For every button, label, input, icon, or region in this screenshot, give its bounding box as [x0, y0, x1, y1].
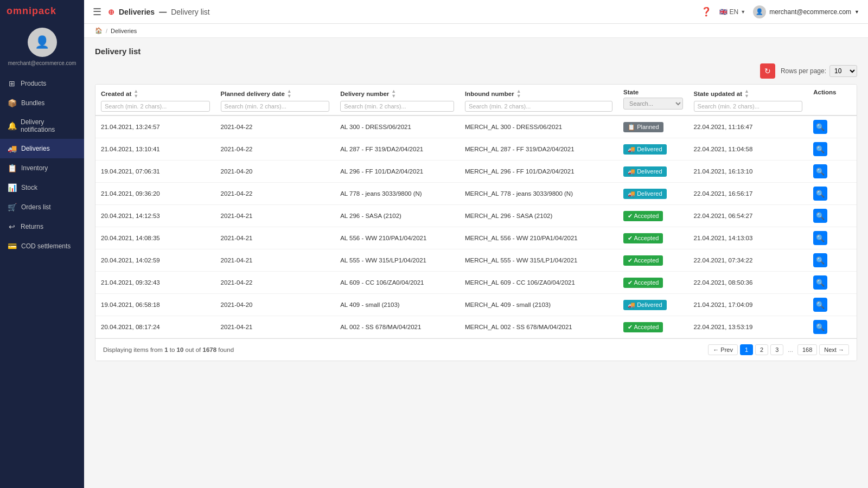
cell-planned-date: 2021-04-22 [215, 183, 335, 205]
sort-planned-date[interactable]: ▲▼ [287, 89, 292, 99]
sort-delivery-number[interactable]: ▲▼ [391, 89, 396, 99]
search-planned-date[interactable] [221, 101, 330, 112]
refresh-button[interactable]: ↻ [760, 63, 775, 79]
topbar-right: ❓ 🇬🇧 EN ▼ 👤 merchant@ecommerce.com ▼ [701, 5, 859, 18]
search-state-updated-at[interactable] [694, 101, 803, 112]
cell-created-at: 20.04.2021, 08:17:24 [95, 316, 215, 338]
sidebar-item-cod-settlements[interactable]: 💳COD settlements [0, 236, 84, 256]
th-actions: Actions [808, 85, 857, 115]
language-selector[interactable]: 🇬🇧 EN ▼ [719, 8, 746, 16]
sidebar-item-deliveries[interactable]: 🚚Deliveries [0, 139, 84, 158]
pagination-page-1[interactable]: 1 [740, 344, 753, 355]
cell-state-updated-at: 22.04.2021, 11:16:47 [688, 115, 808, 138]
rows-per-page-select[interactable]: 102550100 [829, 65, 857, 77]
state-badge: ✔ Accepted [623, 211, 663, 221]
view-action-button[interactable]: 🔍 [813, 275, 827, 290]
sidebar-avatar: 👤 [28, 28, 57, 57]
cell-delivery-number: AL 556 - WW 210/PA1/04/2021 [335, 227, 459, 249]
help-icon[interactable]: ❓ [701, 7, 712, 17]
sidebar-user-section: 👤 merchant@ecommerce.com [0, 21, 84, 72]
topbar-user-email: merchant@ecommerce.com [769, 8, 851, 16]
cell-delivery-number: AL 287 - FF 319/DA2/04/2021 [335, 138, 459, 160]
orders-list-icon: 🛒 [8, 203, 17, 211]
brand-name: omnipack [7, 5, 56, 16]
cell-actions: 🔍 [808, 138, 857, 160]
sidebar-item-inventory[interactable]: 📋Inventory [0, 158, 84, 178]
view-action-button[interactable]: 🔍 [813, 187, 827, 201]
view-action-button[interactable]: 🔍 [813, 164, 827, 178]
breadcrumb: 🏠 / Deliveries [84, 24, 868, 38]
sort-state-updated[interactable]: ▲▼ [744, 89, 749, 99]
view-action-button[interactable]: 🔍 [813, 298, 827, 312]
sidebar-label-delivery-notifications: Delivery notifications [21, 118, 76, 133]
view-action-button[interactable]: 🔍 [813, 142, 827, 156]
cod-settlements-icon: 💳 [8, 242, 17, 251]
sidebar-label-cod-settlements: COD settlements [21, 242, 71, 250]
th-planned-date: Planned delivery date ▲▼ [215, 85, 335, 115]
view-action-button[interactable]: 🔍 [813, 253, 827, 267]
sort-created-at[interactable]: ▲▼ [133, 89, 138, 99]
sidebar-label-products: Products [21, 80, 46, 87]
cell-actions: 🔍 [808, 115, 857, 138]
state-badge: 🚚 Delivered [623, 144, 667, 155]
cell-state-updated-at: 22.04.2021, 06:54:27 [688, 205, 808, 227]
pagination-bar: Displaying items from 1 to 10 out of 167… [95, 338, 857, 361]
sidebar-label-inventory: Inventory [21, 164, 48, 172]
pagination-page-168[interactable]: 168 [797, 344, 817, 355]
pagination-next[interactable]: Next → [819, 344, 849, 355]
cell-state: 🚚 Delivered [618, 160, 688, 183]
sidebar-item-bundles[interactable]: 📦Bundles [0, 93, 84, 113]
sidebar-label-deliveries: Deliveries [21, 145, 50, 152]
table-row: 20.04.2021, 08:17:24 2021-04-21 AL 002 -… [95, 316, 857, 338]
sidebar-item-stock[interactable]: 📊Stock [0, 178, 84, 197]
breadcrumb-current: Deliveries [111, 28, 137, 34]
table-body: 21.04.2021, 13:24:57 2021-04-22 AL 300 -… [95, 115, 857, 338]
view-action-button[interactable]: 🔍 [813, 320, 827, 334]
deliveries-icon: 🚚 [8, 144, 17, 153]
cell-inbound-number: MERCH_AL 300 - DRESS/06/2021 [459, 115, 618, 138]
user-menu[interactable]: 👤 merchant@ecommerce.com ▼ [753, 5, 859, 18]
filter-state-select[interactable]: Search...PlannedDeliveredAccepted [623, 98, 683, 110]
cell-planned-date: 2021-04-21 [215, 316, 335, 338]
cell-created-at: 19.04.2021, 06:58:18 [95, 294, 215, 316]
cell-inbound-number: MERCH_AL 778 - jeans 3033/9800 (N) [459, 183, 618, 205]
table-row: 20.04.2021, 14:02:59 2021-04-21 AL 555 -… [95, 249, 857, 272]
search-delivery-number[interactable] [340, 101, 454, 112]
sidebar-item-returns[interactable]: ↩Returns [0, 217, 84, 236]
sort-inbound-number[interactable]: ▲▼ [516, 89, 521, 99]
pagination-page-3[interactable]: 3 [770, 344, 783, 355]
cell-delivery-number: AL 300 - DRESS/06/2021 [335, 115, 459, 138]
th-inbound-number: Inbound number ▲▼ [459, 85, 618, 115]
cell-state: 🚚 Delivered [618, 183, 688, 205]
cell-actions: 🔍 [808, 183, 857, 205]
home-icon[interactable]: 🏠 [95, 27, 103, 34]
cell-created-at: 19.04.2021, 07:06:31 [95, 160, 215, 183]
table-row: 21.04.2021, 09:32:43 2021-04-22 AL 609 -… [95, 272, 857, 294]
topbar-avatar: 👤 [753, 5, 766, 18]
hamburger-icon[interactable]: ☰ [93, 6, 101, 18]
stock-icon: 📊 [8, 183, 17, 192]
search-created-at[interactable] [101, 101, 210, 112]
search-inbound-number[interactable] [465, 101, 612, 112]
sidebar-item-products[interactable]: ⊞Products [0, 74, 84, 93]
cell-actions: 🔍 [808, 316, 857, 338]
cell-delivery-number: AL 409 - small (2103) [335, 294, 459, 316]
sidebar: omnipack 👤 merchant@ecommerce.com ⊞Produ… [0, 0, 84, 488]
delivery-table: Created at ▲▼ Planned delivery date ▲▼ [95, 85, 857, 338]
sidebar-item-delivery-notifications[interactable]: 🔔Delivery notifications [0, 113, 84, 139]
cell-planned-date: 2021-04-21 [215, 227, 335, 249]
sidebar-item-orders-list[interactable]: 🛒Orders list [0, 197, 84, 217]
state-badge: 🚚 Delivered [623, 189, 667, 199]
sidebar-logo: omnipack [0, 0, 84, 21]
view-action-button[interactable]: 🔍 [813, 120, 827, 134]
view-action-button[interactable]: 🔍 [813, 231, 827, 245]
pagination-page-2[interactable]: 2 [755, 344, 768, 355]
view-action-button[interactable]: 🔍 [813, 209, 827, 223]
table-row: 21.04.2021, 13:10:41 2021-04-22 AL 287 -… [95, 138, 857, 160]
th-delivery-number: Delivery number ▲▼ [335, 85, 459, 115]
table-header: Created at ▲▼ Planned delivery date ▲▼ [95, 85, 857, 115]
cell-state-updated-at: 22.04.2021, 11:04:58 [688, 138, 808, 160]
pagination-ellipsis: ... [786, 345, 795, 355]
cell-delivery-number: AL 555 - WW 315/LP1/04/2021 [335, 249, 459, 272]
pagination-prev[interactable]: ← Prev [708, 344, 738, 355]
